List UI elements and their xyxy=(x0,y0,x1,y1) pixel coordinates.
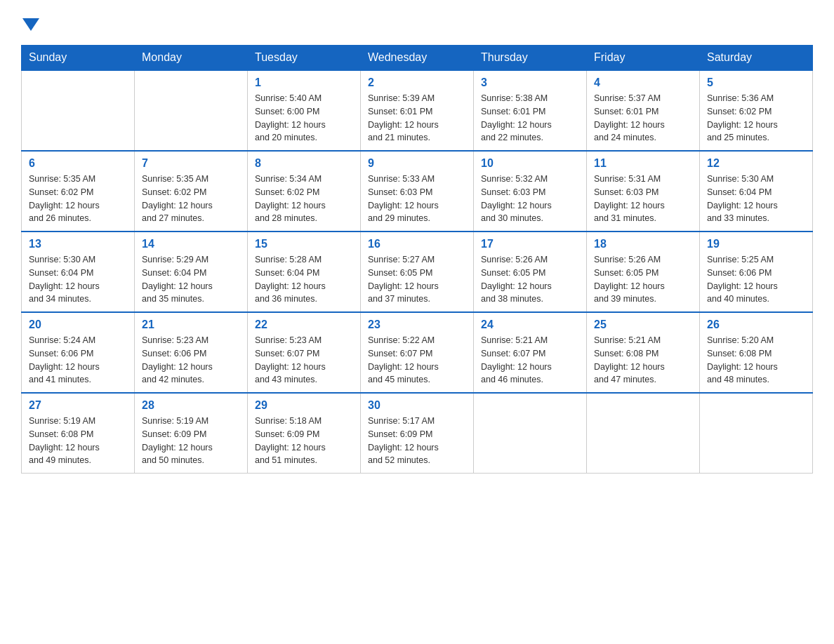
day-number: 14 xyxy=(142,238,240,250)
day-number: 30 xyxy=(368,399,466,412)
day-info: Sunrise: 5:20 AM Sunset: 6:08 PM Dayligh… xyxy=(707,334,805,387)
calendar-day-cell: 2Sunrise: 5:39 AM Sunset: 6:01 PM Daylig… xyxy=(361,70,474,151)
day-number: 6 xyxy=(29,157,127,170)
day-number: 5 xyxy=(707,76,805,89)
day-info: Sunrise: 5:35 AM Sunset: 6:02 PM Dayligh… xyxy=(29,173,127,225)
day-info: Sunrise: 5:22 AM Sunset: 6:07 PM Dayligh… xyxy=(368,334,466,387)
calendar-day-cell: 17Sunrise: 5:26 AM Sunset: 6:05 PM Dayli… xyxy=(474,232,587,312)
calendar-day-cell: 11Sunrise: 5:31 AM Sunset: 6:03 PM Dayli… xyxy=(587,151,700,232)
calendar-day-cell: 27Sunrise: 5:19 AM Sunset: 6:08 PM Dayli… xyxy=(22,393,135,474)
day-number: 1 xyxy=(255,76,353,89)
calendar-day-cell: 22Sunrise: 5:23 AM Sunset: 6:07 PM Dayli… xyxy=(248,312,361,393)
calendar-day-cell xyxy=(135,70,248,151)
calendar-day-cell: 9Sunrise: 5:33 AM Sunset: 6:03 PM Daylig… xyxy=(361,151,474,232)
day-info: Sunrise: 5:32 AM Sunset: 6:03 PM Dayligh… xyxy=(481,173,579,225)
day-number: 26 xyxy=(707,318,805,331)
calendar-day-cell: 12Sunrise: 5:30 AM Sunset: 6:04 PM Dayli… xyxy=(700,151,813,232)
day-number: 25 xyxy=(594,318,692,331)
calendar-day-cell: 1Sunrise: 5:40 AM Sunset: 6:00 PM Daylig… xyxy=(248,70,361,151)
calendar-day-cell: 6Sunrise: 5:35 AM Sunset: 6:02 PM Daylig… xyxy=(22,151,135,232)
calendar-day-header: Friday xyxy=(587,46,700,71)
day-number: 3 xyxy=(481,76,579,89)
calendar-day-cell: 8Sunrise: 5:34 AM Sunset: 6:02 PM Daylig… xyxy=(248,151,361,232)
day-info: Sunrise: 5:30 AM Sunset: 6:04 PM Dayligh… xyxy=(707,173,805,225)
day-info: Sunrise: 5:26 AM Sunset: 6:05 PM Dayligh… xyxy=(481,253,579,306)
day-number: 17 xyxy=(481,238,579,250)
day-info: Sunrise: 5:17 AM Sunset: 6:09 PM Dayligh… xyxy=(368,415,466,467)
day-info: Sunrise: 5:18 AM Sunset: 6:09 PM Dayligh… xyxy=(255,415,353,467)
calendar-day-cell: 20Sunrise: 5:24 AM Sunset: 6:06 PM Dayli… xyxy=(22,312,135,393)
day-info: Sunrise: 5:21 AM Sunset: 6:07 PM Dayligh… xyxy=(481,334,579,387)
calendar-day-cell: 28Sunrise: 5:19 AM Sunset: 6:09 PM Dayli… xyxy=(135,393,248,474)
calendar-day-cell: 18Sunrise: 5:26 AM Sunset: 6:05 PM Dayli… xyxy=(587,232,700,312)
calendar-day-cell: 10Sunrise: 5:32 AM Sunset: 6:03 PM Dayli… xyxy=(474,151,587,232)
day-info: Sunrise: 5:26 AM Sunset: 6:05 PM Dayligh… xyxy=(594,253,692,306)
calendar-day-header: Tuesday xyxy=(248,46,361,71)
calendar-day-cell xyxy=(587,393,700,474)
day-info: Sunrise: 5:31 AM Sunset: 6:03 PM Dayligh… xyxy=(594,173,692,225)
calendar-day-header: Monday xyxy=(135,46,248,71)
calendar-day-cell: 21Sunrise: 5:23 AM Sunset: 6:06 PM Dayli… xyxy=(135,312,248,393)
day-info: Sunrise: 5:21 AM Sunset: 6:08 PM Dayligh… xyxy=(594,334,692,387)
calendar-day-cell: 15Sunrise: 5:28 AM Sunset: 6:04 PM Dayli… xyxy=(248,232,361,312)
day-number: 28 xyxy=(142,399,240,412)
day-info: Sunrise: 5:24 AM Sunset: 6:06 PM Dayligh… xyxy=(29,334,127,387)
day-number: 23 xyxy=(368,318,466,331)
day-number: 8 xyxy=(255,157,353,170)
day-info: Sunrise: 5:30 AM Sunset: 6:04 PM Dayligh… xyxy=(29,253,127,306)
logo xyxy=(21,14,39,31)
day-number: 2 xyxy=(368,76,466,89)
calendar-day-cell xyxy=(474,393,587,474)
calendar-day-cell: 14Sunrise: 5:29 AM Sunset: 6:04 PM Dayli… xyxy=(135,232,248,312)
day-number: 20 xyxy=(29,318,127,331)
day-number: 4 xyxy=(594,76,692,89)
calendar-week-row: 13Sunrise: 5:30 AM Sunset: 6:04 PM Dayli… xyxy=(22,232,813,312)
calendar-day-cell: 4Sunrise: 5:37 AM Sunset: 6:01 PM Daylig… xyxy=(587,70,700,151)
day-info: Sunrise: 5:29 AM Sunset: 6:04 PM Dayligh… xyxy=(142,253,240,306)
day-number: 16 xyxy=(368,238,466,250)
day-info: Sunrise: 5:27 AM Sunset: 6:05 PM Dayligh… xyxy=(368,253,466,306)
day-number: 24 xyxy=(481,318,579,331)
calendar-day-cell: 29Sunrise: 5:18 AM Sunset: 6:09 PM Dayli… xyxy=(248,393,361,474)
day-info: Sunrise: 5:33 AM Sunset: 6:03 PM Dayligh… xyxy=(368,173,466,225)
day-info: Sunrise: 5:19 AM Sunset: 6:09 PM Dayligh… xyxy=(142,415,240,467)
day-info: Sunrise: 5:19 AM Sunset: 6:08 PM Dayligh… xyxy=(29,415,127,467)
calendar-week-row: 6Sunrise: 5:35 AM Sunset: 6:02 PM Daylig… xyxy=(22,151,813,232)
day-info: Sunrise: 5:39 AM Sunset: 6:01 PM Dayligh… xyxy=(368,92,466,145)
calendar-day-header: Sunday xyxy=(22,46,135,71)
calendar-day-cell xyxy=(22,70,135,151)
calendar-day-cell: 19Sunrise: 5:25 AM Sunset: 6:06 PM Dayli… xyxy=(700,232,813,312)
day-info: Sunrise: 5:23 AM Sunset: 6:06 PM Dayligh… xyxy=(142,334,240,387)
day-info: Sunrise: 5:40 AM Sunset: 6:00 PM Dayligh… xyxy=(255,92,353,145)
calendar-day-cell: 16Sunrise: 5:27 AM Sunset: 6:05 PM Dayli… xyxy=(361,232,474,312)
logo-triangle-icon xyxy=(22,18,39,31)
day-info: Sunrise: 5:36 AM Sunset: 6:02 PM Dayligh… xyxy=(707,92,805,145)
calendar-week-row: 27Sunrise: 5:19 AM Sunset: 6:08 PM Dayli… xyxy=(22,393,813,474)
day-number: 22 xyxy=(255,318,353,331)
calendar-header-row: SundayMondayTuesdayWednesdayThursdayFrid… xyxy=(22,46,813,71)
day-info: Sunrise: 5:23 AM Sunset: 6:07 PM Dayligh… xyxy=(255,334,353,387)
day-number: 15 xyxy=(255,238,353,250)
day-info: Sunrise: 5:38 AM Sunset: 6:01 PM Dayligh… xyxy=(481,92,579,145)
day-info: Sunrise: 5:35 AM Sunset: 6:02 PM Dayligh… xyxy=(142,173,240,225)
calendar-day-header: Thursday xyxy=(474,46,587,71)
day-number: 27 xyxy=(29,399,127,412)
day-number: 19 xyxy=(707,238,805,250)
day-number: 12 xyxy=(707,157,805,170)
day-number: 7 xyxy=(142,157,240,170)
day-number: 10 xyxy=(481,157,579,170)
day-info: Sunrise: 5:37 AM Sunset: 6:01 PM Dayligh… xyxy=(594,92,692,145)
calendar-day-header: Saturday xyxy=(700,46,813,71)
calendar-day-cell: 30Sunrise: 5:17 AM Sunset: 6:09 PM Dayli… xyxy=(361,393,474,474)
day-info: Sunrise: 5:28 AM Sunset: 6:04 PM Dayligh… xyxy=(255,253,353,306)
calendar-day-cell: 25Sunrise: 5:21 AM Sunset: 6:08 PM Dayli… xyxy=(587,312,700,393)
calendar-day-cell: 26Sunrise: 5:20 AM Sunset: 6:08 PM Dayli… xyxy=(700,312,813,393)
day-number: 21 xyxy=(142,318,240,331)
calendar-day-cell xyxy=(700,393,813,474)
day-number: 9 xyxy=(368,157,466,170)
day-number: 29 xyxy=(255,399,353,412)
day-info: Sunrise: 5:25 AM Sunset: 6:06 PM Dayligh… xyxy=(707,253,805,306)
calendar-day-cell: 3Sunrise: 5:38 AM Sunset: 6:01 PM Daylig… xyxy=(474,70,587,151)
calendar-week-row: 1Sunrise: 5:40 AM Sunset: 6:00 PM Daylig… xyxy=(22,70,813,151)
calendar-day-header: Wednesday xyxy=(361,46,474,71)
